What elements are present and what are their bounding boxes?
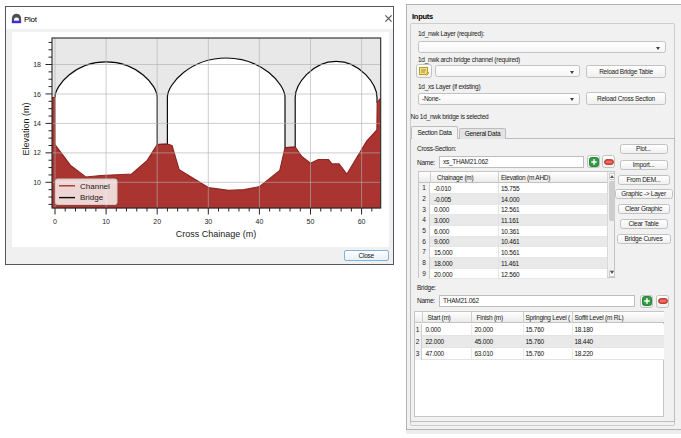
svg-text:Channel: Channel — [80, 182, 110, 191]
svg-text:40: 40 — [256, 218, 264, 225]
svg-text:10: 10 — [102, 218, 110, 225]
svg-text:10: 10 — [33, 179, 41, 186]
svg-text:50: 50 — [307, 218, 315, 225]
svg-text:60: 60 — [358, 218, 366, 225]
svg-text:18: 18 — [33, 61, 41, 68]
svg-text:Cross Chainage (m): Cross Chainage (m) — [176, 229, 257, 239]
svg-text:14: 14 — [33, 120, 41, 127]
svg-text:12: 12 — [33, 149, 41, 156]
svg-text:Elevation (m): Elevation (m) — [21, 102, 31, 155]
svg-text:16: 16 — [33, 91, 41, 98]
svg-text:20: 20 — [153, 218, 161, 225]
svg-text:0: 0 — [53, 218, 57, 225]
svg-text:Bridge: Bridge — [80, 193, 104, 202]
svg-text:30: 30 — [204, 218, 212, 225]
